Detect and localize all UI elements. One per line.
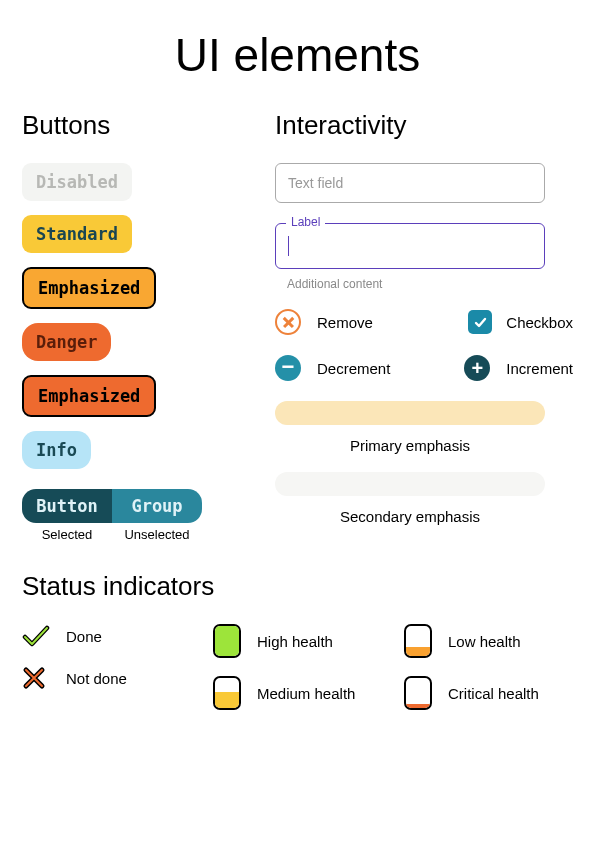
checkbox-label: Checkbox bbox=[506, 314, 573, 331]
button-group: Button Group bbox=[22, 489, 202, 523]
page-title: UI elements bbox=[22, 28, 573, 82]
done-icon bbox=[22, 624, 50, 648]
critical-health-icon bbox=[404, 676, 432, 710]
danger-emphasized-button[interactable]: Emphasized bbox=[22, 375, 156, 417]
low-health-label: Low health bbox=[448, 633, 521, 650]
text-field-placeholder: Text field bbox=[288, 175, 343, 191]
status-heading: Status indicators bbox=[22, 571, 573, 602]
not-done-label: Not done bbox=[66, 670, 127, 687]
danger-button[interactable]: Danger bbox=[22, 323, 111, 361]
info-button[interactable]: Info bbox=[22, 431, 91, 469]
field-label: Label bbox=[286, 215, 325, 229]
labeled-text-field[interactable]: Label bbox=[275, 223, 545, 269]
text-cursor bbox=[288, 236, 289, 256]
low-health-icon bbox=[404, 624, 432, 658]
button-group-unselected[interactable]: Group bbox=[112, 489, 202, 523]
not-done-icon bbox=[22, 666, 50, 690]
disabled-button: Disabled bbox=[22, 163, 132, 201]
interactivity-heading: Interactivity bbox=[275, 110, 573, 141]
remove-label: Remove bbox=[317, 314, 373, 331]
remove-icon[interactable] bbox=[275, 309, 301, 335]
secondary-emphasis-label: Secondary emphasis bbox=[275, 508, 545, 525]
button-group-sub-b: Unselected bbox=[112, 527, 202, 542]
increment-icon[interactable]: + bbox=[464, 355, 490, 381]
primary-emphasis-bar bbox=[275, 401, 545, 425]
increment-label: Increment bbox=[506, 360, 573, 377]
buttons-heading: Buttons bbox=[22, 110, 247, 141]
high-health-icon bbox=[213, 624, 241, 658]
primary-emphasis-label: Primary emphasis bbox=[275, 437, 545, 454]
decrement-icon[interactable]: − bbox=[275, 355, 301, 381]
button-group-selected[interactable]: Button bbox=[22, 489, 112, 523]
decrement-label: Decrement bbox=[317, 360, 390, 377]
standard-button[interactable]: Standard bbox=[22, 215, 132, 253]
secondary-emphasis-bar bbox=[275, 472, 545, 496]
helper-text: Additional content bbox=[287, 277, 573, 291]
emphasized-button[interactable]: Emphasized bbox=[22, 267, 156, 309]
button-group-sub-a: Selected bbox=[22, 527, 112, 542]
checkbox-icon[interactable] bbox=[468, 310, 492, 334]
medium-health-icon bbox=[213, 676, 241, 710]
text-field[interactable]: Text field bbox=[275, 163, 545, 203]
high-health-label: High health bbox=[257, 633, 333, 650]
medium-health-label: Medium health bbox=[257, 685, 355, 702]
critical-health-label: Critical health bbox=[448, 685, 539, 702]
done-label: Done bbox=[66, 628, 102, 645]
